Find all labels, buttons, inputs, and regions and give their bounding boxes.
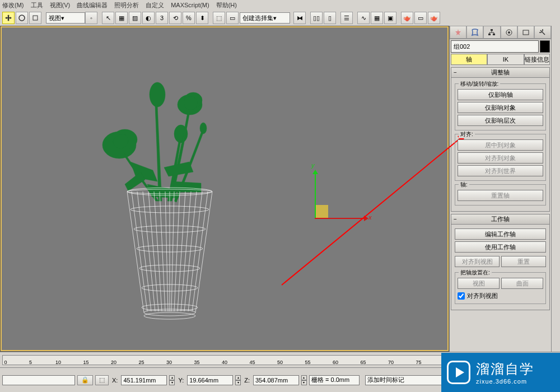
align-to-view-button[interactable]: 对齐到视图 bbox=[455, 256, 500, 267]
rollup-header[interactable]: −工作轴 bbox=[451, 214, 549, 225]
named-selset-combo[interactable]: 创建选择集 ▾ bbox=[240, 12, 290, 24]
align-to-view-checkbox[interactable] bbox=[458, 292, 465, 300]
menu-item[interactable]: 曲线编辑器 bbox=[77, 1, 108, 10]
edit-working-pivot-button[interactable]: 编辑工作轴 bbox=[455, 228, 546, 240]
modify-tab[interactable] bbox=[466, 26, 483, 39]
menu-item[interactable]: MAXScript(M) bbox=[171, 2, 209, 8]
rendered-frame-button[interactable]: ▭ bbox=[414, 12, 427, 24]
menu-item[interactable]: 修改(M) bbox=[2, 1, 24, 10]
render-setup-button[interactable]: 🫖 bbox=[401, 12, 413, 24]
use-working-pivot-button[interactable]: 使用工作轴 bbox=[455, 241, 546, 253]
hierarchy-subtabs: 轴 IK 链接信息 bbox=[451, 54, 550, 65]
menu-item[interactable]: 视图(V) bbox=[50, 1, 71, 10]
affect-pivot-only-button[interactable]: 仅影响轴 bbox=[458, 89, 543, 100]
utilities-tab[interactable] bbox=[534, 26, 551, 39]
create-tab[interactable] bbox=[450, 26, 466, 39]
affect-hierarchy-only-button[interactable]: 仅影响层次 bbox=[458, 115, 543, 126]
tick-label: 40 bbox=[222, 360, 227, 365]
transform-gizmo[interactable]: y x bbox=[312, 173, 374, 240]
gizmo-y-axis[interactable] bbox=[315, 173, 316, 218]
select-rotate-button[interactable] bbox=[16, 12, 28, 24]
display-tab[interactable] bbox=[517, 26, 534, 39]
ik-subtab[interactable]: IK bbox=[487, 54, 524, 65]
menu-item[interactable]: 帮助(H) bbox=[216, 1, 237, 10]
x-label: X: bbox=[112, 377, 118, 384]
place-pivot-group: 把轴放置在: 视图 曲面 对齐到视图 bbox=[455, 272, 546, 304]
watermark-overlay: 溜溜自学 zixue.3d66.com bbox=[441, 353, 560, 392]
surface-button[interactable]: 曲面 bbox=[501, 278, 543, 289]
svg-line-18 bbox=[154, 192, 162, 311]
spinner-snap-button[interactable]: ⬍ bbox=[196, 12, 208, 24]
reset-pivot-button[interactable]: 重置轴 bbox=[458, 190, 543, 201]
svg-rect-1 bbox=[33, 16, 38, 20]
render-button[interactable]: 🫖 bbox=[428, 12, 440, 24]
pivot-subtab[interactable]: 轴 bbox=[451, 54, 487, 65]
select-scale-button[interactable] bbox=[29, 12, 41, 24]
pivot-group: 轴: 重置轴 bbox=[455, 184, 546, 206]
angle-snap-button[interactable]: ⟲ bbox=[169, 12, 181, 24]
group-title: 移动/旋转/缩放: bbox=[459, 80, 500, 88]
svg-line-23 bbox=[174, 192, 180, 311]
z-coord-input[interactable]: 354.087mm bbox=[253, 375, 299, 385]
watermark-url: zixue.3d66.com bbox=[476, 378, 534, 385]
tool-button[interactable]: ⬚ bbox=[213, 12, 225, 24]
tick-label: 0 bbox=[4, 360, 7, 365]
x-coord-input[interactable]: 451.191mm bbox=[121, 375, 167, 385]
z-spinner[interactable]: ▴▾ bbox=[301, 375, 307, 385]
working-pivot-rollup: −工作轴 编辑工作轴 使用工作轴 对齐到视图 重置 把轴放置在: 视图 曲面 bbox=[451, 214, 550, 310]
rollup-header[interactable]: −调整轴 bbox=[451, 68, 549, 78]
lock-selection-button[interactable]: 🔒 bbox=[77, 375, 93, 385]
gizmo-xy-plane[interactable] bbox=[315, 205, 328, 218]
percent-snap-button[interactable]: % bbox=[183, 12, 195, 24]
menu-item[interactable]: 照明分析 bbox=[114, 1, 139, 10]
menubar[interactable]: 修改(M) 工具 视图(V) 曲线编辑器 照明分析 自定义 MAXScript(… bbox=[0, 0, 560, 10]
tool-button[interactable]: ◐ bbox=[142, 12, 155, 24]
gizmo-x-axis[interactable] bbox=[315, 218, 365, 219]
svg-rect-38 bbox=[493, 34, 495, 35]
object-name-row bbox=[451, 40, 550, 53]
svg-line-22 bbox=[171, 192, 174, 311]
affect-object-only-button[interactable]: 仅影响对象 bbox=[458, 102, 543, 113]
material-editor-button[interactable]: ▣ bbox=[384, 12, 396, 24]
viewport[interactable]: y x bbox=[1, 26, 449, 351]
ref-coord-combo[interactable]: 视图 ▾ bbox=[46, 12, 85, 24]
snap-toggle-button[interactable]: 3 bbox=[156, 12, 168, 24]
center-to-object-button[interactable]: 居中到对象 bbox=[458, 139, 543, 151]
panel-resize-strip[interactable] bbox=[551, 26, 560, 352]
select-button[interactable]: ↖ bbox=[102, 12, 114, 24]
motion-tab[interactable] bbox=[501, 26, 517, 39]
group-title: 轴: bbox=[459, 181, 469, 189]
curve-editor-button[interactable]: ∿ bbox=[357, 12, 370, 24]
reset-button[interactable]: 重置 bbox=[501, 256, 546, 267]
menu-item[interactable]: 工具 bbox=[31, 1, 43, 10]
tick-label: 60 bbox=[333, 360, 338, 365]
tool-button[interactable]: ▦ bbox=[115, 12, 128, 24]
tick-label: 35 bbox=[194, 360, 199, 365]
tool-button[interactable]: ▨ bbox=[129, 12, 141, 24]
object-color-swatch[interactable] bbox=[540, 40, 550, 53]
command-panel: 轴 IK 链接信息 −调整轴 移动/旋转/缩放: 仅影响轴 仅影响对象 仅影响层… bbox=[449, 26, 551, 352]
menu-item[interactable]: 自定义 bbox=[146, 1, 164, 10]
add-time-tag-field[interactable]: 添加时间标记 bbox=[365, 375, 449, 385]
hierarchy-tab[interactable] bbox=[483, 26, 500, 39]
schematic-view-button[interactable]: ▦ bbox=[371, 12, 383, 24]
layer-manager-button[interactable]: ☰ bbox=[340, 12, 353, 24]
tick-label: 65 bbox=[360, 360, 366, 365]
y-coord-input[interactable]: 19.664mm bbox=[187, 375, 233, 385]
tool-button[interactable]: ▯ bbox=[324, 12, 336, 24]
use-pivot-center-button[interactable]: ◦ bbox=[85, 12, 97, 24]
x-spinner[interactable]: ▴▾ bbox=[169, 375, 175, 385]
svg-rect-36 bbox=[491, 29, 493, 31]
named-sel-button[interactable]: ▭ bbox=[226, 12, 239, 24]
align-button[interactable]: ▯▯ bbox=[310, 12, 323, 24]
y-spinner[interactable]: ▴▾ bbox=[235, 375, 241, 385]
tick-label: 15 bbox=[83, 360, 88, 365]
view-button[interactable]: 视图 bbox=[458, 278, 500, 289]
select-move-button[interactable] bbox=[2, 12, 15, 24]
align-to-world-button[interactable]: 对齐到世界 bbox=[458, 165, 543, 176]
object-name-input[interactable] bbox=[451, 40, 539, 53]
align-to-object-button[interactable]: 对齐到对象 bbox=[458, 152, 543, 164]
mirror-button[interactable]: ⧓ bbox=[293, 12, 306, 24]
linkinfo-subtab[interactable]: 链接信息 bbox=[524, 54, 550, 65]
transform-type-in-button[interactable]: ⬚ bbox=[95, 375, 109, 385]
